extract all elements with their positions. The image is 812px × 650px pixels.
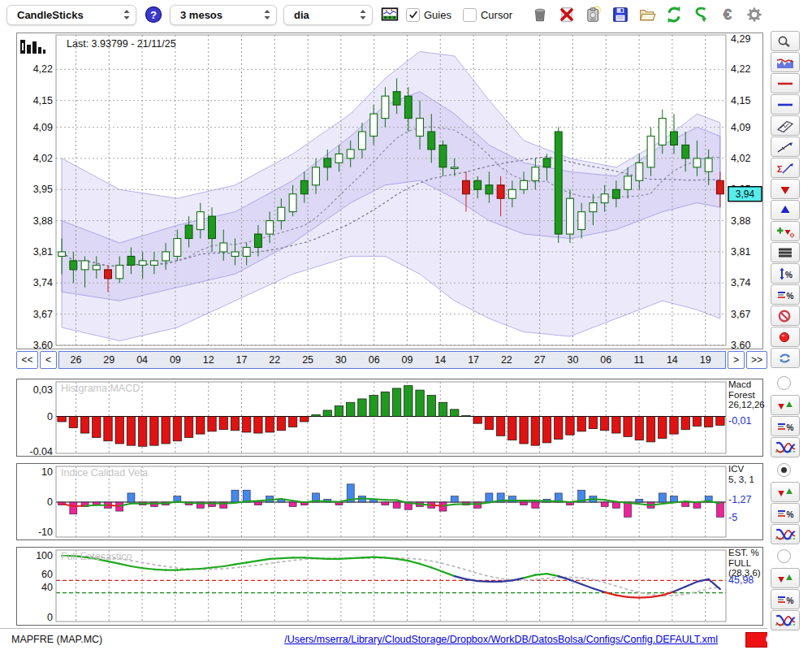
interval-select[interactable]: dia [283, 5, 373, 25]
snapshot-icon [585, 6, 603, 24]
last-price-label: Last: 3.93799 - 21/11/25 [67, 38, 176, 50]
config-path-link[interactable]: /Users/mserra/Library/CloudStorage/Dropb… [284, 634, 718, 645]
save-button[interactable] [611, 5, 631, 25]
rows-button[interactable] [771, 242, 800, 262]
stoch-oscillator-button[interactable] [771, 610, 800, 630]
snapshot-button[interactable] [584, 5, 604, 25]
svg-text:0,03: 0,03 [33, 384, 53, 396]
refresh-button[interactable] [664, 5, 685, 25]
status-bar: MAPFRE (MAP.MC) /Users/mserra/Library/Cl… [0, 628, 812, 650]
nav-prev-button[interactable]: < [40, 351, 57, 369]
svg-text:4,09: 4,09 [731, 122, 750, 133]
swap-arrows-button[interactable] [771, 348, 800, 368]
trendline-button[interactable] [771, 136, 800, 157]
lines-percent-icon: % [775, 593, 795, 606]
red-line-icon [775, 77, 795, 90]
svg-text:4,22: 4,22 [731, 63, 750, 75]
macd-signal-arrows-button[interactable] [771, 395, 800, 415]
icv-panel-radio[interactable] [777, 463, 791, 477]
chart-type-select[interactable]: CandleSticks [6, 5, 136, 25]
sum-trendline-button[interactable]: Σ [771, 158, 800, 178]
disable-button[interactable] [771, 306, 800, 326]
measure-percent-button[interactable]: % [771, 263, 800, 284]
svg-text:4,15: 4,15 [731, 95, 750, 106]
date-label: 29 [100, 354, 118, 366]
svg-text:3,60: 3,60 [33, 340, 53, 349]
date-label: 09 [166, 354, 184, 366]
guies-checkbox[interactable]: Guies [406, 8, 451, 22]
trash-button[interactable] [530, 5, 551, 25]
svg-text:€: € [723, 6, 732, 23]
symbol-label: MAPFRE (MAP.MC) [11, 634, 102, 645]
settings-button[interactable] [745, 5, 765, 25]
icv-lines-percent-button[interactable]: % [771, 503, 800, 523]
chart-style-button[interactable] [379, 5, 400, 25]
svg-text:3,67: 3,67 [33, 309, 53, 320]
svg-text:3,81: 3,81 [731, 246, 750, 258]
stoch-lines-percent-button[interactable]: % [771, 589, 800, 609]
cursor-label: Cursor [481, 9, 512, 21]
sell-arrow-button[interactable] [771, 179, 800, 199]
open-folder-icon [638, 6, 656, 24]
date-label: 30 [332, 354, 350, 366]
svg-text:0: 0 [47, 411, 53, 422]
macd-lines-percent-button[interactable]: % [771, 416, 800, 436]
svg-text:0: 0 [47, 496, 53, 508]
macd-panel-radio[interactable] [777, 376, 791, 390]
record-icon [775, 331, 795, 344]
macd-oscillator-button[interactable] [771, 437, 800, 457]
date-label: 17 [464, 354, 482, 366]
svg-text:3,67: 3,67 [731, 309, 750, 320]
channel-button[interactable] [771, 115, 800, 136]
trendline-icon [775, 141, 795, 154]
nav-next-button[interactable]: > [728, 351, 745, 369]
lines-percent-button[interactable]: % [771, 284, 800, 305]
record-button[interactable] [771, 327, 800, 347]
zoom-button[interactable] [771, 31, 800, 51]
icv-title: Indice Calidad Vela [61, 467, 148, 479]
date-label: 22 [498, 354, 516, 366]
main-chart-svg[interactable]: 4,224,224,154,154,094,094,024,023,953,95… [17, 33, 762, 349]
date-label: 30 [564, 354, 581, 366]
add-remove-signal-button[interactable] [771, 221, 800, 241]
open-button[interactable] [637, 5, 658, 25]
save-icon [611, 6, 629, 24]
icv-oscillator-button[interactable] [771, 524, 800, 544]
signal-arrows-icon [775, 486, 795, 499]
macd-right-label: Macd Forest 26,12,26 [728, 379, 765, 410]
oscillator-curve-icon [775, 613, 796, 628]
legend-bars-icon[interactable] [19, 36, 45, 62]
svg-text:3,88: 3,88 [731, 215, 750, 227]
date-label: 04 [133, 354, 151, 366]
euro-button[interactable]: € [718, 5, 738, 25]
cursor-checkbox[interactable]: Cursor [463, 8, 512, 22]
delete-button[interactable] [557, 5, 577, 25]
zoom-icon [775, 35, 795, 48]
stochastic-panel: 10060400 Full Estocástico [16, 547, 763, 626]
nav-first-button[interactable]: << [16, 351, 38, 369]
help-button[interactable]: ? [143, 5, 163, 25]
stoch-signal-arrows-button[interactable] [771, 568, 800, 588]
blue-line-button[interactable] [771, 94, 800, 115]
icv-current-line-value: -1,27 [728, 494, 752, 505]
buy-arrow-button[interactable] [771, 200, 800, 220]
svg-text:4,22: 4,22 [33, 63, 53, 75]
undo-button[interactable] [691, 5, 711, 25]
measure-percent-icon: % [775, 267, 795, 280]
date-label: 14 [663, 354, 681, 366]
indicator-chart-button[interactable] [771, 52, 800, 72]
red-line-button[interactable] [771, 73, 800, 93]
rows-icon [775, 246, 795, 259]
swap-arrows-icon [775, 352, 795, 365]
chart-style-icon [381, 6, 399, 24]
date-label: 27 [531, 354, 549, 366]
icv-signal-arrows-button[interactable] [771, 482, 800, 502]
date-label: 25 [299, 354, 317, 366]
icv-right-label: ICV 5, 3, 1 [728, 464, 754, 484]
svg-text:4,09: 4,09 [33, 122, 53, 133]
date-strip[interactable]: 2629040912172225300609141722273006111419 [58, 351, 726, 369]
stoch-panel-radio[interactable] [777, 549, 791, 563]
svg-text:4,15: 4,15 [33, 95, 53, 106]
nav-last-button[interactable]: >> [746, 351, 767, 369]
period-select[interactable]: 3 mesos [170, 5, 277, 25]
